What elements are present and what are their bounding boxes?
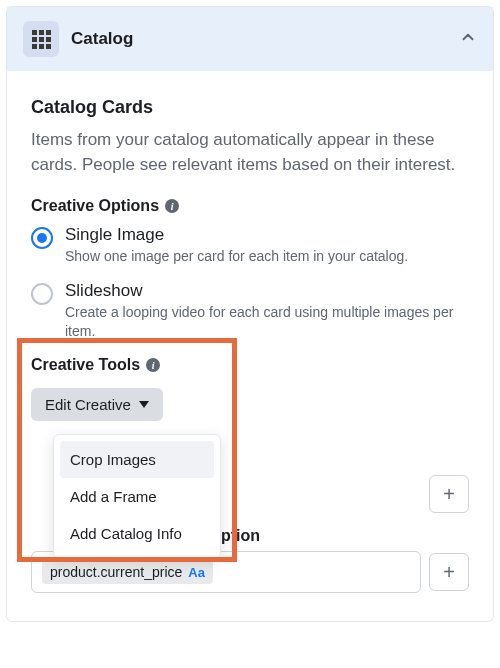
creative-tools-label-text: Creative Tools xyxy=(31,356,140,374)
option-title: Slideshow xyxy=(65,281,469,301)
text-format-icon[interactable]: Aa xyxy=(188,565,205,580)
description-field-label-suffix: ption xyxy=(221,527,469,545)
panel-header[interactable]: Catalog xyxy=(7,7,493,71)
caret-down-icon xyxy=(139,401,149,408)
option-desc: Create a looping video for each card usi… xyxy=(65,303,469,342)
info-icon[interactable]: i xyxy=(146,358,160,372)
add-button[interactable]: + xyxy=(429,475,469,513)
creative-tools-label: Creative Tools i xyxy=(31,356,469,374)
radio-icon[interactable] xyxy=(31,227,53,249)
creative-options-label-text: Creative Options xyxy=(31,197,159,215)
menu-crop-images[interactable]: Crop Images xyxy=(60,441,214,478)
panel-title: Catalog xyxy=(71,29,459,49)
section-title: Catalog Cards xyxy=(31,97,469,118)
menu-add-frame[interactable]: Add a Frame xyxy=(60,478,214,515)
catalog-panel: Catalog Catalog Cards Items from your ca… xyxy=(6,6,494,622)
radio-single-image[interactable]: Single Image Show one image per card for… xyxy=(31,225,469,267)
add-button[interactable]: + xyxy=(429,553,469,591)
edit-creative-button[interactable]: Edit Creative xyxy=(31,388,163,421)
edit-creative-label: Edit Creative xyxy=(45,396,131,413)
option-desc: Show one image per card for each item in… xyxy=(65,247,408,267)
option-title: Single Image xyxy=(65,225,408,245)
radio-icon[interactable] xyxy=(31,283,53,305)
catalog-grid-icon xyxy=(23,21,59,57)
chevron-up-icon[interactable] xyxy=(459,28,477,50)
edit-creative-dropdown: Crop Images Add a Frame Add Catalog Info xyxy=(53,434,221,559)
menu-add-catalog-info[interactable]: Add Catalog Info xyxy=(60,515,214,552)
creative-options-label: Creative Options i xyxy=(31,197,469,215)
radio-slideshow[interactable]: Slideshow Create a looping video for eac… xyxy=(31,281,469,342)
info-icon[interactable]: i xyxy=(165,199,179,213)
token-text: product.current_price xyxy=(50,564,182,580)
token-product-current-price[interactable]: product.current_price Aa xyxy=(42,560,213,584)
panel-body: Catalog Cards Items from your catalog au… xyxy=(7,71,493,621)
section-description: Items from your catalog automatically ap… xyxy=(31,128,469,177)
